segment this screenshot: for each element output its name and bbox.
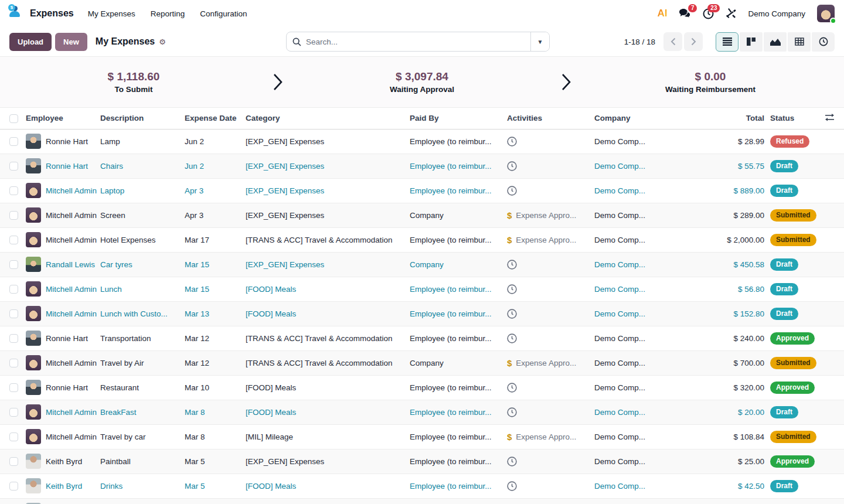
- activity-cell[interactable]: $ Expense Appro...: [507, 228, 591, 252]
- expenses-app-icon[interactable]: $: [9, 6, 25, 21]
- employee-avatar: [26, 257, 41, 272]
- app-title[interactable]: Expenses: [30, 8, 74, 19]
- row-checkbox[interactable]: [9, 211, 18, 220]
- activity-cell[interactable]: [507, 474, 591, 498]
- expense-row[interactable]: Ronnie Hart Chairs Jun 2 [EXP_GEN] Expen…: [0, 154, 844, 178]
- activity-cell[interactable]: [507, 277, 591, 301]
- pivot-view-button[interactable]: [788, 32, 811, 52]
- column-header-expense-date[interactable]: Expense Date: [185, 108, 246, 129]
- summary-to-submit[interactable]: $ 1,118.60 To Submit: [0, 70, 267, 94]
- menu-configuration[interactable]: Configuration: [200, 9, 247, 18]
- column-header-status[interactable]: Status: [770, 108, 825, 129]
- expense-category: [EXP_GEN] Expenses: [246, 154, 410, 178]
- expense-row[interactable]: Ronnie Hart Lamp Jun 2 [EXP_GEN] Expense…: [0, 129, 844, 154]
- activity-cell[interactable]: [507, 400, 591, 424]
- column-header-total[interactable]: Total: [697, 108, 770, 129]
- ai-icon[interactable]: AI: [657, 8, 667, 19]
- activity-cell[interactable]: [507, 326, 591, 350]
- new-button[interactable]: New: [55, 33, 87, 51]
- row-checkbox[interactable]: [9, 433, 18, 441]
- expense-row[interactable]: Keith Byrd Drinks Mar 5 [FOOD] Meals Emp…: [0, 474, 844, 498]
- activity-clock-icon: [507, 284, 517, 294]
- upload-button[interactable]: Upload: [9, 33, 52, 51]
- kanban-view-button[interactable]: [740, 32, 763, 52]
- expense-date: Mar 5: [185, 474, 246, 498]
- paid-by: Employee (to reimbur...: [410, 449, 507, 474]
- row-checkbox[interactable]: [9, 236, 18, 244]
- row-checkbox[interactable]: [9, 162, 18, 171]
- activity-cell[interactable]: [507, 253, 591, 277]
- messages-icon[interactable]: 7: [679, 8, 691, 19]
- row-checkbox[interactable]: [9, 334, 18, 343]
- table-header-row: Employee Description Expense Date Catego…: [0, 108, 844, 129]
- column-header-company[interactable]: Company: [594, 108, 697, 129]
- activities-clock-icon[interactable]: 23: [703, 8, 714, 19]
- summary-waiting-approval[interactable]: $ 3,097.84 Waiting Approval: [288, 70, 556, 94]
- expense-total: $ 28.99: [697, 129, 770, 154]
- expense-row[interactable]: Mitchell Admin Travel by car Mar 8 [MIL]…: [0, 424, 844, 449]
- row-checkbox[interactable]: [9, 457, 18, 466]
- activity-cell[interactable]: $ Expense Appro...: [507, 351, 591, 375]
- row-checkbox[interactable]: [9, 359, 18, 367]
- select-all-checkbox[interactable]: [9, 114, 18, 123]
- view-switcher: [716, 32, 835, 52]
- activity-cell[interactable]: [507, 302, 591, 326]
- expense-row[interactable]: Mitchell Admin Travel by Air Mar 12 [TRA…: [0, 350, 844, 375]
- row-checkbox[interactable]: [9, 137, 18, 146]
- column-header-activities[interactable]: Activities: [507, 108, 594, 129]
- row-checkbox[interactable]: [9, 186, 18, 195]
- expense-row[interactable]: Keith Byrd Paintball Mar 5 [EXP_GEN] Exp…: [0, 449, 844, 474]
- tools-icon[interactable]: [726, 8, 736, 19]
- activity-cell[interactable]: [507, 449, 591, 474]
- optional-columns-icon[interactable]: [825, 114, 834, 123]
- activity-cell[interactable]: $ Expense Appro...: [507, 425, 591, 449]
- employee-avatar: [26, 454, 41, 469]
- search-dropdown-toggle[interactable]: ▼: [530, 32, 549, 51]
- expense-row[interactable]: Randall Lewis Car tyres Mar 15 [EXP_GEN]…: [0, 252, 844, 277]
- expense-row[interactable]: Ronnie Hart Transportation Mar 12 [TRANS…: [0, 326, 844, 350]
- expense-row[interactable]: Mitchell Admin Screen Apr 3 [EXP_GEN] Ex…: [0, 203, 844, 227]
- paid-by: Company: [410, 203, 507, 227]
- activity-cell[interactable]: $ Expense Appro...: [507, 203, 591, 227]
- expense-row[interactable]: Keith Byrd Pizzas Mar 5 [FOOD] Meals Emp…: [0, 498, 844, 504]
- gear-icon[interactable]: ⚙: [159, 38, 166, 46]
- summary-waiting-reimbursement[interactable]: $ 0.00 Waiting Reimbursement: [577, 70, 844, 94]
- expense-description: Lunch: [100, 277, 185, 301]
- company-switcher[interactable]: Demo Company: [748, 9, 805, 18]
- activity-view-button[interactable]: [812, 32, 835, 52]
- expense-description: Drinks: [100, 474, 185, 498]
- user-avatar[interactable]: [817, 5, 835, 22]
- graph-view-button[interactable]: [764, 32, 787, 52]
- expense-row[interactable]: Ronnie Hart Restaurant Mar 10 [FOOD] Mea…: [0, 375, 844, 400]
- activity-cell[interactable]: [507, 179, 591, 203]
- expense-row[interactable]: Mitchell Admin Lunch Mar 15 [FOOD] Meals…: [0, 277, 844, 301]
- pager-previous-button[interactable]: [663, 32, 682, 51]
- row-checkbox[interactable]: [9, 408, 18, 417]
- menu-reporting[interactable]: Reporting: [151, 9, 185, 18]
- company-name-cell: Demo Comp...: [594, 178, 697, 203]
- row-checkbox[interactable]: [9, 482, 18, 491]
- column-header-category[interactable]: Category: [246, 108, 410, 129]
- expense-row[interactable]: Mitchell Admin Laptop Apr 3 [EXP_GEN] Ex…: [0, 178, 844, 203]
- search-input[interactable]: [306, 38, 525, 46]
- row-checkbox[interactable]: [9, 260, 18, 269]
- row-checkbox[interactable]: [9, 309, 18, 318]
- pager-next-button[interactable]: [684, 32, 703, 51]
- column-header-description[interactable]: Description: [100, 108, 185, 129]
- status-badge: Submitted: [770, 357, 816, 369]
- expense-row[interactable]: Mitchell Admin BreakFast Mar 8 [FOOD] Me…: [0, 400, 844, 424]
- expense-row[interactable]: Mitchell Admin Lunch with Custo... Mar 1…: [0, 301, 844, 326]
- activity-cell[interactable]: [507, 376, 591, 400]
- menu-my-expenses[interactable]: My Expenses: [88, 9, 135, 18]
- column-header-employee[interactable]: Employee: [26, 108, 100, 129]
- activity-cell[interactable]: [507, 499, 591, 504]
- list-view-button[interactable]: [716, 32, 738, 52]
- activity-cell[interactable]: [507, 130, 591, 154]
- row-checkbox[interactable]: [9, 383, 18, 392]
- expense-row[interactable]: Mitchell Admin Hotel Expenses Mar 17 [TR…: [0, 227, 844, 252]
- expense-total: $ 240.00: [697, 326, 770, 350]
- column-header-paid-by[interactable]: Paid By: [410, 108, 507, 129]
- row-checkbox[interactable]: [9, 285, 18, 294]
- activity-cell[interactable]: [507, 154, 591, 178]
- activity-label: Expense Appro...: [516, 359, 576, 367]
